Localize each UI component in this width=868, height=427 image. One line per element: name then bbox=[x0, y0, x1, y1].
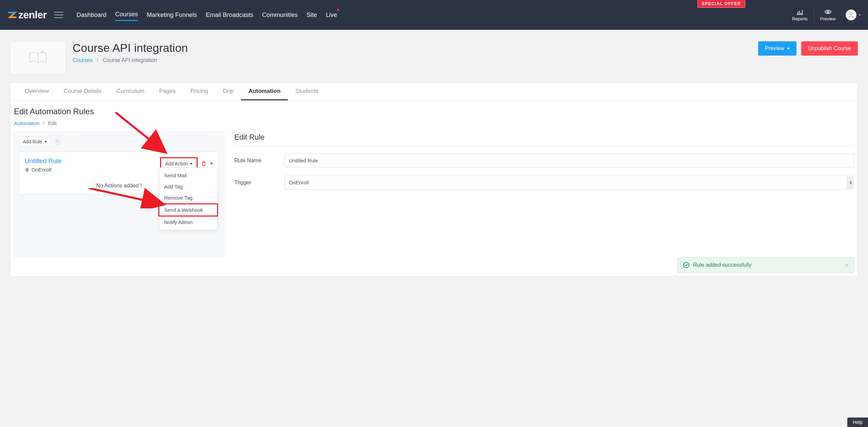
breadcrumb-root-link[interactable]: Courses bbox=[73, 57, 93, 63]
breadcrumb-separator: / bbox=[41, 120, 46, 126]
breadcrumb-current: Course API integration bbox=[103, 57, 157, 63]
preview-button[interactable]: Preview bbox=[758, 41, 796, 56]
brand-logo[interactable]: zenler bbox=[7, 9, 47, 21]
nav-site[interactable]: Site bbox=[307, 9, 317, 21]
caret-down-icon bbox=[787, 48, 790, 49]
trash-icon[interactable] bbox=[201, 161, 206, 166]
content-panel: Edit Automation Rules Automation / Edit … bbox=[10, 100, 858, 277]
preview-label: Preview bbox=[820, 16, 836, 21]
form-row-trigger: Trigger bbox=[234, 176, 854, 189]
rule-trigger-line: OnEnroll bbox=[25, 167, 62, 172]
columns: Add Rule ? Untitled Rule bbox=[14, 131, 854, 257]
close-icon[interactable]: × bbox=[845, 262, 849, 268]
dropdown-item-send-webhook[interactable]: Send a Webhook bbox=[158, 203, 218, 217]
lightning-bolt-icon bbox=[25, 167, 29, 172]
page-body: Course API integration Courses / Course … bbox=[0, 30, 868, 277]
caret-down-icon bbox=[859, 14, 861, 16]
trigger-control bbox=[284, 176, 854, 189]
nav-email-broadcasts[interactable]: Email Broadcasts bbox=[206, 9, 253, 21]
select-stepper-icon[interactable] bbox=[847, 176, 854, 189]
caret-down-icon bbox=[44, 141, 47, 143]
tab-course-details[interactable]: Course Details bbox=[56, 83, 109, 100]
dropdown-item-add-tag[interactable]: Add Tag bbox=[159, 181, 217, 192]
caret-down-icon bbox=[190, 163, 193, 165]
primary-nav: Dashboard Courses Marketing Funnels Emai… bbox=[77, 9, 337, 21]
form-row-rule-name: Rule Name bbox=[234, 154, 854, 167]
add-action-label: Add Action bbox=[165, 161, 188, 166]
page-title: Course API integration bbox=[73, 41, 188, 55]
tab-overview[interactable]: Overview bbox=[17, 83, 56, 100]
unpublish-button[interactable]: Unpublish Course bbox=[801, 41, 858, 56]
chevron-down-icon[interactable] bbox=[210, 163, 213, 165]
rule-name-control bbox=[284, 154, 854, 167]
bar-chart-icon bbox=[796, 9, 804, 15]
add-rule-row: Add Rule ? bbox=[19, 137, 219, 147]
breadcrumb: Courses / Course API integration bbox=[73, 57, 188, 63]
check-circle-icon bbox=[683, 262, 690, 268]
top-navbar: SPECIAL OFFER zenler Dashboard Courses M… bbox=[0, 0, 868, 30]
live-indicator-dot-icon bbox=[337, 9, 339, 11]
toast-text: Rule added successfully bbox=[693, 262, 752, 268]
zenler-z-icon bbox=[7, 10, 17, 20]
nav-dashboard[interactable]: Dashboard bbox=[77, 9, 106, 21]
reports-link[interactable]: Reports bbox=[786, 9, 814, 21]
brand-name: zenler bbox=[18, 9, 47, 21]
page-header-actions: Preview Unpublish Course bbox=[758, 41, 858, 56]
rule-name-label: Rule Name bbox=[234, 158, 284, 164]
svg-point-0 bbox=[827, 11, 829, 13]
trigger-label: Trigger bbox=[234, 180, 284, 186]
breadcrumb-separator: / bbox=[94, 57, 101, 63]
nav-courses[interactable]: Courses bbox=[115, 9, 138, 21]
trigger-select[interactable] bbox=[284, 176, 854, 189]
nav-marketing-funnels[interactable]: Marketing Funnels bbox=[147, 9, 197, 21]
open-book-icon bbox=[28, 50, 48, 66]
nav-communities[interactable]: Communities bbox=[262, 9, 298, 21]
add-action-button[interactable]: Add Action bbox=[162, 159, 196, 168]
tab-drip[interactable]: Drip bbox=[216, 83, 241, 100]
menu-toggle-icon[interactable] bbox=[54, 12, 63, 18]
nav-live[interactable]: Live bbox=[326, 9, 337, 21]
svg-point-1 bbox=[850, 13, 852, 15]
add-rule-label: Add Rule bbox=[23, 139, 42, 144]
rule-card: Untitled Rule OnEnroll Ad bbox=[19, 151, 219, 195]
page-header: Course API integration Courses / Course … bbox=[10, 30, 858, 83]
user-menu[interactable] bbox=[846, 9, 861, 20]
add-action-dropdown: Send Mail Add Tag Remove Tag Send a Webh… bbox=[159, 167, 217, 230]
rule-name-link[interactable]: Untitled Rule bbox=[25, 157, 62, 165]
preview-link[interactable]: Preview bbox=[814, 9, 842, 21]
logo-wrap: zenler bbox=[7, 9, 63, 21]
svg-point-4 bbox=[684, 262, 689, 268]
nav-live-label: Live bbox=[326, 12, 337, 18]
dropdown-item-notify-admin[interactable]: Notify Admin bbox=[159, 217, 217, 228]
eye-icon bbox=[824, 9, 832, 15]
edit-rule-panel: Edit Rule Rule Name Trigger bbox=[234, 131, 854, 257]
rule-name-input[interactable] bbox=[284, 154, 854, 167]
reports-label: Reports bbox=[792, 16, 808, 21]
preview-button-label: Preview bbox=[765, 45, 784, 52]
tab-pages[interactable]: Pages bbox=[152, 83, 183, 100]
course-tabs: Overview Course Details Curriculum Pages… bbox=[10, 83, 858, 100]
dropdown-item-send-mail[interactable]: Send Mail bbox=[159, 170, 217, 181]
help-icon[interactable]: ? bbox=[54, 139, 60, 145]
tab-automation[interactable]: Automation bbox=[241, 83, 288, 100]
content-breadcrumb: Automation / Edit bbox=[14, 120, 854, 126]
edit-rule-title: Edit Rule bbox=[234, 133, 854, 146]
content-breadcrumb-root[interactable]: Automation bbox=[14, 120, 40, 126]
add-rule-button[interactable]: Add Rule bbox=[19, 137, 51, 147]
section-title: Edit Automation Rules bbox=[14, 107, 854, 120]
navbar-right: Reports Preview bbox=[786, 9, 861, 21]
rule-card-title-block: Untitled Rule OnEnroll bbox=[25, 157, 62, 172]
tab-pricing[interactable]: Pricing bbox=[183, 83, 216, 100]
dropdown-item-remove-tag[interactable]: Remove Tag bbox=[159, 192, 217, 203]
page-title-block: Course API integration Courses / Course … bbox=[73, 41, 188, 63]
avatar-icon bbox=[846, 9, 856, 20]
tab-curriculum[interactable]: Curriculum bbox=[109, 83, 152, 100]
course-thumbnail-placeholder bbox=[10, 41, 66, 75]
rules-sidebar: Add Rule ? Untitled Rule bbox=[14, 131, 224, 257]
tab-students[interactable]: Students bbox=[288, 83, 326, 100]
success-toast: Rule added successfully × bbox=[678, 257, 854, 273]
special-offer-badge[interactable]: SPECIAL OFFER bbox=[697, 0, 745, 8]
content-breadcrumb-current: Edit bbox=[48, 120, 57, 126]
rule-trigger-text: OnEnroll bbox=[32, 167, 51, 172]
